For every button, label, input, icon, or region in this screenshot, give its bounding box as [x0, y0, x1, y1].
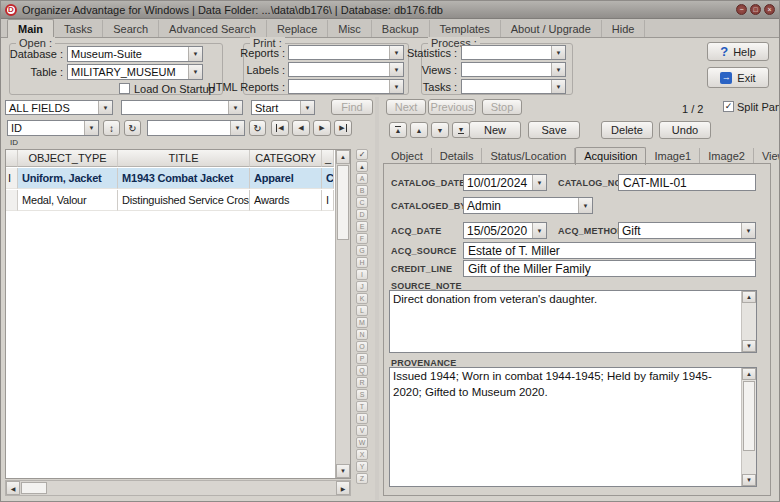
column-header-object-type[interactable]: OBJECT_TYPE: [18, 150, 118, 167]
cell-category[interactable]: Awards: [250, 190, 322, 211]
source-note-field[interactable]: Direct donation from veteran's daughter.…: [389, 290, 757, 353]
alphabet-letter-button[interactable]: A: [356, 173, 368, 184]
cataloged-by-field[interactable]: Admin ▼: [463, 197, 593, 214]
alphabet-letter-button[interactable]: G: [356, 245, 368, 256]
table-row[interactable]: I Uniform, Jacket M1943 Combat Jacket Ap…: [6, 168, 334, 189]
acq-source-field[interactable]: [463, 242, 756, 259]
chevron-down-icon[interactable]: ▼: [551, 46, 565, 59]
scroll-down-icon[interactable]: ▼: [742, 474, 756, 486]
alphabet-letter-button[interactable]: E: [356, 221, 368, 232]
column-header-category[interactable]: CATEGORY: [250, 150, 322, 167]
panel-splitter[interactable]: [375, 97, 379, 500]
chevron-down-icon[interactable]: ▼: [84, 121, 98, 135]
html-reports-select[interactable]: ▼: [288, 79, 404, 94]
chevron-down-icon[interactable]: ▼: [551, 63, 565, 76]
last-record-button[interactable]: ▼: [452, 122, 470, 138]
minimize-icon[interactable]: −: [736, 4, 747, 15]
alphabet-letter-button[interactable]: N: [356, 329, 368, 340]
database-select[interactable]: Museum-Suite ▼: [67, 46, 203, 62]
scrollbar-thumb[interactable]: [337, 165, 349, 240]
load-on-startup-checkbox[interactable]: [119, 83, 130, 94]
tab-image2[interactable]: Image2: [700, 148, 754, 164]
alphabet-letter-button[interactable]: H: [356, 257, 368, 268]
scrollbar-thumb[interactable]: [743, 381, 755, 451]
alphabet-letter-button[interactable]: V: [356, 425, 368, 436]
alphabet-letter-button[interactable]: Z: [356, 473, 368, 484]
tab-view[interactable]: View: [754, 148, 780, 164]
undo-button[interactable]: Undo: [659, 121, 711, 139]
chevron-down-icon[interactable]: ▼: [188, 47, 202, 61]
alphabet-letter-button[interactable]: R: [356, 377, 368, 388]
field-selector[interactable]: ALL FIELDS ▼: [5, 100, 113, 115]
previous-button[interactable]: Previous: [428, 99, 476, 115]
next-button[interactable]: Next: [386, 99, 426, 115]
scroll-left-icon[interactable]: ◀: [6, 481, 20, 495]
alphabet-letter-button[interactable]: U: [356, 413, 368, 424]
credit-line-field[interactable]: [463, 260, 756, 277]
labels-select[interactable]: ▼: [288, 62, 404, 77]
tab-replace[interactable]: Replace: [267, 20, 328, 37]
alphabet-all-checkbox[interactable]: ✓: [356, 149, 368, 160]
sort-field-select[interactable]: ID ▼: [7, 120, 99, 136]
chevron-down-icon[interactable]: ▼: [230, 121, 244, 135]
provenance-field[interactable]: Issued 1944; Worn in combat 1944-1945; H…: [389, 367, 757, 487]
tab-details[interactable]: Details: [432, 148, 483, 164]
alphabet-up-icon[interactable]: ▲: [356, 161, 368, 172]
chevron-down-icon[interactable]: ▼: [741, 223, 755, 238]
alphabet-letter-button[interactable]: Y: [356, 461, 368, 472]
reports-select[interactable]: ▼: [288, 45, 404, 60]
alphabet-letter-button[interactable]: P: [356, 353, 368, 364]
views-select[interactable]: ▼: [461, 62, 566, 77]
alphabet-letter-button[interactable]: D: [356, 209, 368, 220]
tab-object[interactable]: Object: [383, 148, 432, 164]
alphabet-letter-button[interactable]: M: [356, 317, 368, 328]
scroll-up-icon[interactable]: ▲: [742, 291, 756, 303]
statistics-select[interactable]: ▼: [461, 45, 566, 60]
alphabet-letter-button[interactable]: S: [356, 389, 368, 400]
chevron-down-icon[interactable]: ▼: [532, 175, 546, 190]
alphabet-letter-button[interactable]: X: [356, 449, 368, 460]
chevron-down-icon[interactable]: ▼: [228, 101, 242, 114]
cell-object-type[interactable]: Medal, Valour: [18, 190, 118, 211]
refresh-sort-button[interactable]: ↻: [124, 120, 141, 136]
alphabet-letter-button[interactable]: I: [356, 269, 368, 280]
chevron-down-icon[interactable]: ▼: [532, 223, 546, 238]
next-record-button[interactable]: ▶: [313, 120, 331, 136]
scroll-up-icon[interactable]: ▲: [742, 368, 756, 380]
alphabet-letter-button[interactable]: B: [356, 185, 368, 196]
grid-horizontal-scrollbar[interactable]: ◀ ▶: [5, 480, 351, 496]
tab-hide[interactable]: Hide: [602, 20, 646, 37]
first-record-button[interactable]: ▲: [389, 122, 407, 138]
catalog-date-field[interactable]: 10/01/2024 ▼: [463, 174, 547, 191]
chevron-down-icon[interactable]: ▼: [300, 101, 314, 114]
save-button[interactable]: Save: [528, 121, 580, 139]
tasks-select[interactable]: ▼: [461, 79, 566, 94]
alphabet-letter-button[interactable]: L: [356, 305, 368, 316]
grid-vertical-scrollbar[interactable]: ▲ ▼: [335, 150, 350, 478]
tab-status-location[interactable]: Status/Location: [482, 148, 575, 164]
alphabet-letter-button[interactable]: C: [356, 197, 368, 208]
cell-category[interactable]: Apparel: [250, 168, 322, 189]
scroll-up-icon[interactable]: ▲: [336, 150, 350, 164]
delete-button[interactable]: Delete: [601, 121, 653, 139]
tab-backup[interactable]: Backup: [372, 20, 430, 37]
chevron-down-icon[interactable]: ▼: [98, 101, 112, 114]
cell-partial[interactable]: C: [322, 168, 334, 189]
chevron-down-icon[interactable]: ▼: [188, 65, 202, 79]
scrollbar-thumb[interactable]: [21, 482, 47, 494]
tab-image1[interactable]: Image1: [646, 148, 700, 164]
tab-advanced-search[interactable]: Advanced Search: [159, 20, 267, 37]
scroll-down-icon[interactable]: ▼: [742, 340, 756, 352]
first-record-button[interactable]: ◀: [271, 120, 289, 136]
refresh-filter-button[interactable]: ↻: [249, 120, 266, 136]
column-header-title[interactable]: TITLE: [118, 150, 250, 167]
tab-main[interactable]: Main: [7, 19, 54, 38]
chevron-down-icon[interactable]: ▼: [578, 198, 592, 213]
find-button[interactable]: Find: [331, 99, 373, 115]
scroll-down-icon[interactable]: ▼: [336, 464, 350, 478]
new-button[interactable]: New: [469, 121, 521, 139]
filter-select[interactable]: ▼: [147, 120, 245, 136]
tab-tasks[interactable]: Tasks: [54, 20, 103, 37]
tab-search[interactable]: Search: [103, 20, 159, 37]
alphabet-letter-button[interactable]: Q: [356, 365, 368, 376]
